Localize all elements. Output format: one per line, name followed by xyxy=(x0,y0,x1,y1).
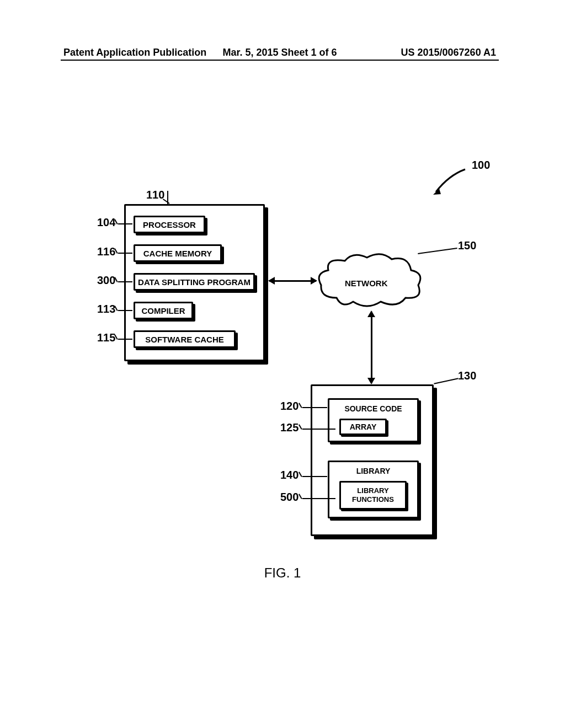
compiler-box: COMPILER xyxy=(134,302,193,319)
ref-125-leader xyxy=(302,429,335,430)
library-functions-box: LIBRARYFUNCTIONS xyxy=(339,481,407,510)
ref-140-leader xyxy=(302,476,327,477)
source-code-box: SOURCE CODE ARRAY xyxy=(328,398,419,442)
ref-104: 104 xyxy=(97,216,115,229)
figure-label: FIG. 1 xyxy=(0,565,565,581)
ref-300-leader xyxy=(118,281,132,282)
network-label: NETWORK xyxy=(345,279,388,288)
ref-116-leader xyxy=(118,253,132,254)
arrow-device-network xyxy=(269,280,316,282)
computing-device-box: PROCESSOR CACHE MEMORY DATA SPLITTING PR… xyxy=(124,204,265,361)
ref-500: 500 xyxy=(280,491,299,504)
cache-memory-box: CACHE MEMORY xyxy=(134,244,222,262)
header-divider xyxy=(61,60,499,61)
ref-116: 116 xyxy=(97,245,115,258)
curve-arrow-icon xyxy=(433,165,472,196)
ref-130: 130 xyxy=(458,370,476,382)
ref-113-leader xyxy=(118,310,132,311)
ref-300: 300 xyxy=(97,274,115,287)
source-code-label: SOURCE CODE xyxy=(329,404,417,413)
header-date-sheet: Mar. 5, 2015 Sheet 1 of 6 xyxy=(207,47,351,58)
library-label: LIBRARY xyxy=(329,467,417,475)
ref-120-leader xyxy=(302,407,327,408)
page-header: Patent Application Publication Mar. 5, 2… xyxy=(0,47,565,58)
ref-140: 140 xyxy=(280,469,299,481)
ref-115: 115 xyxy=(97,331,115,344)
ref-113: 113 xyxy=(97,303,115,315)
arrow-network-storage xyxy=(371,312,372,383)
header-publication: Patent Application Publication xyxy=(63,47,207,58)
processor-box: PROCESSOR xyxy=(134,216,205,233)
ref-130-leader xyxy=(434,378,458,384)
ref-104-leader xyxy=(118,223,132,224)
ref-115-leader xyxy=(118,339,132,340)
header-pub-number: US 2015/0067260 A1 xyxy=(352,47,496,58)
storage-box: SOURCE CODE ARRAY LIBRARY LIBRARYFUNCTIO… xyxy=(311,384,434,536)
ref-120: 120 xyxy=(280,400,299,413)
ref-110: 110 xyxy=(146,189,164,201)
library-box: LIBRARY LIBRARYFUNCTIONS xyxy=(328,461,419,518)
ref-100: 100 xyxy=(472,159,490,172)
ref-150: 150 xyxy=(458,239,476,252)
ref-125: 125 xyxy=(280,421,299,434)
array-box: ARRAY xyxy=(339,419,387,435)
ref-110-leader xyxy=(167,191,168,205)
software-cache-box: SOFTWARE CACHE xyxy=(134,330,236,348)
ref-500-leader xyxy=(302,498,335,499)
data-splitting-program-box: DATA SPLITTING PROGRAM xyxy=(134,273,255,291)
